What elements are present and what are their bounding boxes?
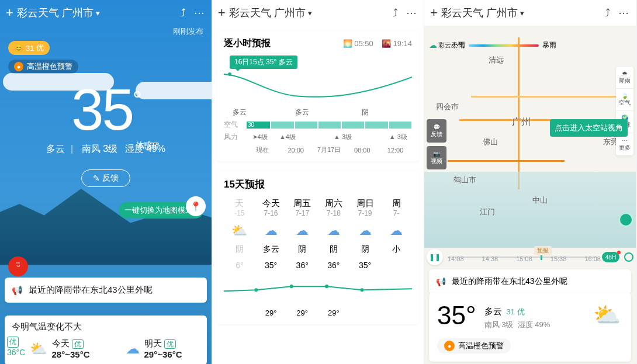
header: + 彩云天气 广州市 ▾ ⤴ ⋯ [424, 0, 636, 26]
day-column[interactable]: 周7- ☁ 小 [380, 198, 412, 270]
time-row: 现在 20:00 7月17日 08:00 12:00 [224, 145, 412, 154]
share-icon[interactable]: ⤴ [176, 7, 189, 19]
cond-label: 多云 [224, 108, 255, 117]
tomorrow-column[interactable]: ☁ 明天优 29°~36°C [126, 338, 182, 359]
more-icon[interactable]: ⋯ [617, 6, 630, 19]
wind-arrow-icon: ➤ [252, 133, 258, 140]
current-weather-card[interactable]: 35° 多云 31 优 南风 3级 湿度 49% ⛅ ● 高温橙色预警 [429, 293, 631, 362]
weather-home-screen: + 彩云天气 广州市 ▾ ⤴ ⋯ 刚刚发布 😊 31 优 ● 高温橙色预警 35… [0, 0, 212, 364]
sun-cloud-icon: ⛅ [593, 302, 621, 328]
today-column[interactable]: ⛅ 今天优 28°~35°C [30, 338, 90, 359]
current-temp: 35° 体感37° [0, 76, 212, 143]
days-row[interactable]: 天-15 ⛅ 阴6°今天7-16 ☁ 多云35°周五7-17 ☁ 阴36°周六7… [224, 198, 412, 270]
space-view-button[interactable]: 点击进入太空站视角 [550, 119, 628, 137]
timeline-labels: 14:08 14:38 15:08 15:38 16:08 [448, 255, 601, 262]
city-label: 清远 [489, 55, 504, 65]
conditions-row: 多云| 南风 3级 湿度 49% [0, 143, 212, 155]
hourly-title: 逐小时预报 [224, 37, 271, 50]
edge-prev-temp: 优 36°C [7, 337, 25, 357]
day-column[interactable]: 周五7-17 ☁ 阴36° [286, 198, 318, 270]
sun-cloud-icon: ⛅ [30, 341, 47, 357]
cloud-icon: ☁ [126, 341, 140, 357]
alert-icon: ● [14, 62, 23, 71]
forecast-label: 预报 [534, 246, 552, 255]
weather-alert-chip[interactable]: ● 高温橙色预警 [8, 60, 78, 74]
day-column[interactable]: 周六7-18 ☁ 阴36° [318, 198, 349, 270]
day-column[interactable]: 今天7-16 ☁ 多云35° [255, 198, 287, 270]
city-label: 中山 [532, 195, 548, 206]
locate-button[interactable] [618, 212, 633, 227]
layer-rain-button[interactable]: 🌧降雨 [616, 67, 633, 89]
air-block[interactable] [365, 122, 387, 129]
rain-banner[interactable]: 📢 最近的降雨带在东北43公里外呢 [429, 269, 631, 294]
svg-point-0 [228, 72, 231, 76]
air-block[interactable] [295, 122, 317, 129]
map-pin-button[interactable]: 📍 [186, 196, 206, 216]
svg-point-2 [290, 285, 293, 288]
city-label: 佛山 [483, 137, 498, 147]
header: + 彩云天气 广州市 ▾ ⤴ ⋯ [212, 0, 424, 26]
map-video-button[interactable]: 📷视频 [427, 146, 446, 169]
air-block[interactable] [389, 122, 411, 129]
map-layer-tools: 🌧降雨 🍃空气 🌍地球 ⋯更多 [616, 67, 633, 155]
city-label: 鹤山市 [453, 175, 476, 185]
more-icon[interactable]: ⋯ [405, 6, 418, 19]
feels-like: 体感37° [136, 140, 158, 151]
air-block[interactable] [318, 122, 341, 129]
map-feedback-button[interactable]: 💬反馈 [427, 119, 446, 143]
daily-title: 15天预报 [224, 179, 265, 190]
air-block[interactable]: 30 [247, 122, 270, 129]
alert-icon: ● [444, 341, 455, 351]
hour-temp-chart[interactable] [224, 65, 412, 106]
city-picker[interactable]: 广州市 [486, 6, 518, 20]
aqi-chip[interactable]: 😊 31 优 [8, 41, 50, 55]
header: + 彩云天气 广州市 ▾ ⤴ ⋯ [0, 0, 212, 26]
day-column[interactable]: 天-15 ⛅ 阴6° [224, 198, 255, 270]
city-picker[interactable]: 广州市 [274, 6, 306, 20]
svg-point-3 [325, 285, 328, 288]
add-city-button[interactable]: + [218, 5, 226, 20]
pause-icon[interactable]: ❚❚ [427, 249, 443, 265]
chevron-down-icon[interactable]: ▾ [96, 9, 100, 18]
city-picker[interactable]: 广州市 [62, 6, 94, 20]
add-city-button[interactable]: + [430, 5, 438, 20]
2h-button[interactable] [624, 252, 633, 262]
more-icon[interactable]: ⋯ [193, 6, 206, 19]
air-block[interactable] [342, 122, 364, 129]
cond-label: 阴 [349, 108, 381, 117]
layer-air-button[interactable]: 🍃空气 [616, 89, 633, 111]
app-name: 彩云天气 [17, 6, 59, 20]
lows-row: 29°29°29° [224, 308, 412, 317]
chevron-down-icon[interactable]: ▾ [308, 9, 312, 18]
alert-chip[interactable]: ● 高温橙色预警 [437, 338, 511, 353]
day-column[interactable]: 周日7-19 ☁ 阴35° [349, 198, 381, 270]
sunset: 🌇 19:14 [382, 39, 412, 48]
48h-button[interactable]: 48H [602, 252, 619, 262]
daily-temp-curve [224, 273, 412, 308]
megaphone-icon: 📢 [436, 277, 446, 286]
rain-legend: 小雨暴雨 [451, 40, 556, 50]
share-icon[interactable]: ⤴ [601, 7, 614, 19]
city-label: 江门 [480, 207, 495, 217]
share-icon[interactable]: ⤴ [389, 7, 401, 19]
svg-point-1 [254, 288, 258, 292]
bottom-temp: 35° [437, 301, 476, 330]
cond-label: 多云 [286, 108, 318, 117]
face-icon: 😊 [14, 44, 23, 53]
rain-banner[interactable]: 📢 最近的降雨带在东北43公里外呢 [5, 278, 207, 303]
city-label: 广州 [512, 116, 531, 129]
wind-row: 风力 ➤4级 ▲4级 ▲ 3级 ▲ 3级 [224, 132, 412, 142]
map-side-tools: 💬反馈 📷视频 [427, 119, 446, 173]
air-block[interactable] [271, 122, 293, 129]
feedback-button[interactable]: ✎ 反馈 [81, 169, 130, 187]
megaphone-icon: 📢 [12, 285, 23, 296]
main-panel: 刚刚发布 😊 31 优 ● 高温橙色预警 35° 体感37° 多云| 南风 3级… [0, 0, 212, 222]
add-city-button[interactable]: + [6, 5, 13, 20]
map-screen: + 彩云天气 广州市 ▾ ⤴ ⋯ 彩云天气 小雨暴雨 清远 四会市 广州 佛山 … [424, 0, 636, 364]
chevron-down-icon[interactable]: ▾ [520, 9, 524, 18]
forecast-screen: + 彩云天气 广州市 ▾ ⤴ ⋯ 逐小时预报 🌅 05:50 🌇 19:14 1… [212, 0, 424, 364]
svg-point-4 [360, 288, 363, 292]
air-row: 空气 30 [224, 120, 412, 130]
published-label: 刚刚发布 [173, 26, 203, 37]
promo-badge[interactable]: ᵕ̈ [8, 256, 28, 276]
